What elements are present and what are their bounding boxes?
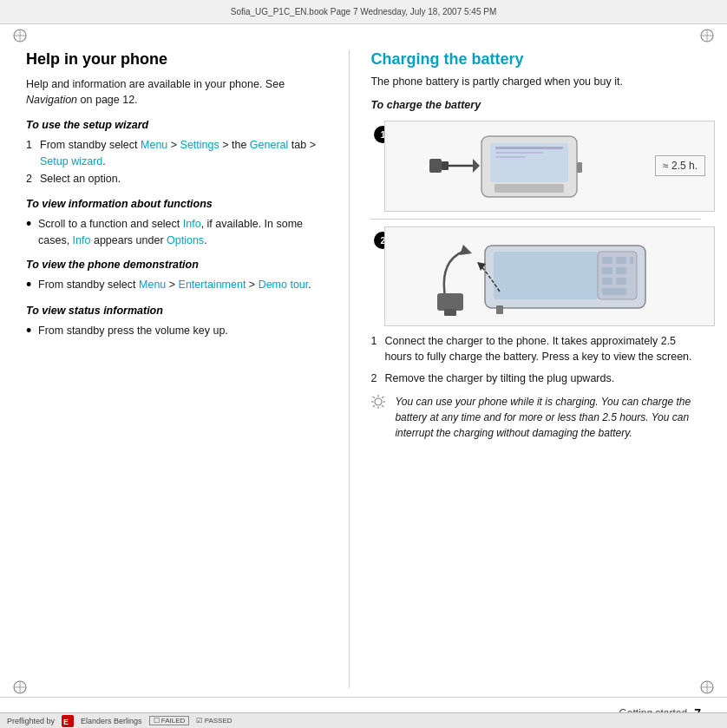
left-intro: Help and information are available in yo… bbox=[26, 76, 331, 109]
passed-badge: ☑ PASSED bbox=[196, 717, 232, 725]
corner-mark-bl bbox=[12, 679, 28, 695]
svg-rect-20 bbox=[495, 147, 563, 149]
right-title: Charging the battery bbox=[370, 50, 701, 69]
step-2: 2 Select an option. bbox=[26, 171, 331, 187]
image-box-2 bbox=[384, 226, 715, 326]
setup-wizard-link: Setup wizard bbox=[40, 155, 102, 167]
settings-link: Settings bbox=[180, 139, 219, 151]
view-functions-title: To view information about functions bbox=[26, 196, 331, 213]
step-1: 1 From standby select Menu > Settings > … bbox=[26, 137, 331, 170]
corner-mark-br bbox=[699, 679, 715, 695]
image-box-1: ≈ 2.5 h. bbox=[384, 121, 715, 212]
view-status-title: To view status information bbox=[26, 303, 331, 319]
svg-rect-27 bbox=[494, 252, 598, 299]
preflight-company: Elanders Berlings bbox=[81, 717, 142, 725]
setup-wizard-title: To use the setup wizard bbox=[26, 117, 331, 134]
elanders-logo-icon: E bbox=[62, 715, 74, 727]
charge-step-2: 2 Remove the charger by tilting the plug… bbox=[370, 371, 701, 387]
menu-link-2: Menu bbox=[139, 279, 166, 291]
header-text: Sofia_UG_P1C_EN.book Page 7 Wednesday, J… bbox=[231, 7, 496, 16]
left-title: Help in your phone bbox=[26, 50, 331, 69]
vd-text-1: From standby select Menu > Entertainment… bbox=[38, 277, 311, 293]
vs-bullet-1: • From standby press the volume key up. bbox=[26, 323, 331, 340]
svg-rect-35 bbox=[616, 278, 626, 285]
info-link-2: Info bbox=[73, 234, 91, 246]
image-area-1: 1 bbox=[384, 121, 715, 212]
step-1-num: 1 bbox=[26, 137, 40, 154]
svg-line-47 bbox=[373, 405, 375, 407]
vs-text-1: From standby press the volume key up. bbox=[38, 323, 228, 339]
svg-point-39 bbox=[375, 398, 382, 405]
right-intro: The phone battery is partly charged when… bbox=[370, 74, 701, 90]
main-content: Help in your phone Help and information … bbox=[0, 33, 727, 705]
svg-rect-37 bbox=[496, 305, 503, 314]
charge-step-1-text: Connect the charger to the phone. It tak… bbox=[384, 333, 701, 366]
phone-charger-sketch-1 bbox=[394, 128, 655, 204]
image-divider bbox=[370, 219, 701, 220]
charge-step-1-num: 1 bbox=[370, 333, 384, 350]
step-1-text: From standby select Menu > Settings > th… bbox=[40, 137, 331, 170]
svg-line-46 bbox=[383, 397, 384, 398]
preflight-label: Preflighted by bbox=[7, 717, 55, 725]
svg-rect-14 bbox=[442, 161, 449, 170]
corner-mark-tr bbox=[699, 28, 715, 43]
svg-line-44 bbox=[373, 397, 375, 398]
svg-text:E: E bbox=[63, 718, 69, 726]
svg-rect-32 bbox=[602, 267, 612, 274]
entertainment-link: Entertainment bbox=[179, 279, 246, 291]
vf-bullet-1: • Scroll to a function and select Info, … bbox=[26, 216, 331, 249]
svg-rect-22 bbox=[495, 156, 526, 158]
view-status-bullets: • From standby press the volume key up. bbox=[26, 323, 331, 340]
setup-wizard-steps: 1 From standby select Menu > Settings > … bbox=[26, 137, 331, 187]
tip-icon bbox=[370, 394, 390, 416]
svg-rect-25 bbox=[444, 309, 456, 316]
charge-step-1: 1 Connect the charger to the phone. It t… bbox=[370, 333, 701, 366]
bullet-dot-2: • bbox=[26, 277, 38, 294]
general-link: General bbox=[250, 139, 288, 151]
svg-line-45 bbox=[383, 405, 384, 407]
svg-rect-36 bbox=[602, 288, 626, 295]
charge-steps: 1 Connect the charger to the phone. It t… bbox=[370, 333, 701, 387]
tip-box: You can use your phone while it is charg… bbox=[370, 394, 701, 441]
vf-text-1: Scroll to a function and select Info, if… bbox=[38, 216, 331, 249]
preflight-bar: Preflighted by E Elanders Berlings ☐ FAI… bbox=[0, 712, 727, 728]
svg-rect-34 bbox=[602, 278, 612, 285]
view-demo-title: To view the phone demonstration bbox=[26, 257, 331, 273]
view-functions-bullets: • Scroll to a function and select Info, … bbox=[26, 216, 331, 249]
svg-rect-31 bbox=[630, 257, 633, 264]
svg-rect-13 bbox=[429, 159, 442, 173]
header-bar: Sofia_UG_P1C_EN.book Page 7 Wednesday, J… bbox=[0, 0, 727, 24]
bullet-dot-1: • bbox=[26, 216, 38, 233]
svg-rect-18 bbox=[494, 184, 564, 193]
svg-rect-33 bbox=[616, 267, 626, 274]
left-column: Help in your phone Help and information … bbox=[26, 50, 350, 688]
bullet-dot-3: • bbox=[26, 323, 38, 340]
charge-subtitle: To charge the battery bbox=[370, 97, 701, 114]
charge-step-2-num: 2 bbox=[370, 371, 384, 387]
svg-marker-15 bbox=[473, 159, 480, 173]
view-demo-bullets: • From standby select Menu > Entertainme… bbox=[26, 277, 331, 294]
svg-rect-21 bbox=[495, 152, 543, 154]
svg-rect-29 bbox=[602, 257, 612, 264]
info-link-1: Info bbox=[183, 218, 201, 230]
vd-bullet-1: • From standby select Menu > Entertainme… bbox=[26, 277, 331, 294]
step-2-num: 2 bbox=[26, 171, 40, 187]
step-2-text: Select an option. bbox=[40, 171, 121, 187]
options-link: Options bbox=[167, 234, 204, 246]
time-badge: ≈ 2.5 h. bbox=[655, 155, 705, 176]
charge-step-2-text: Remove the charger by tilting the plug u… bbox=[384, 371, 614, 387]
demo-tour-link: Demo tour bbox=[259, 279, 309, 291]
svg-marker-23 bbox=[460, 245, 472, 255]
svg-rect-19 bbox=[577, 162, 582, 173]
svg-rect-24 bbox=[437, 293, 463, 311]
failed-badge: ☐ FAILED bbox=[149, 716, 190, 725]
nav-italic: Navigation bbox=[26, 94, 77, 106]
tip-text: You can use your phone while it is charg… bbox=[395, 394, 701, 441]
corner-mark-tl bbox=[12, 28, 28, 43]
menu-link: Menu bbox=[141, 139, 167, 151]
svg-rect-30 bbox=[616, 257, 626, 264]
image-area-2: 2 bbox=[384, 226, 715, 326]
right-column: Charging the battery The phone battery i… bbox=[350, 50, 701, 688]
